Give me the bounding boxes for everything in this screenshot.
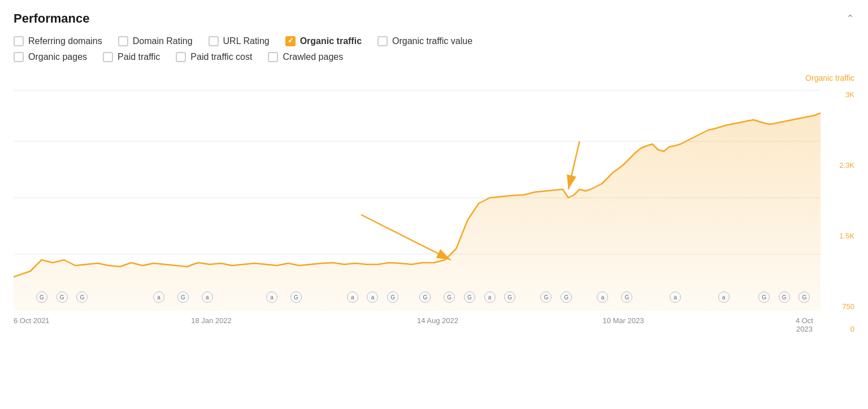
google-icon-23: G	[779, 291, 790, 303]
google-icon-20: a	[670, 291, 681, 303]
checkbox-label-url-rating: URL Rating	[223, 36, 270, 46]
google-icon-15: G	[504, 291, 515, 303]
checkboxes-row-1: Referring domainsDomain RatingURL Rating…	[14, 36, 854, 46]
google-icon-1: G	[57, 291, 68, 303]
checkbox-label-organic-traffic-value: Organic traffic value	[392, 36, 472, 46]
x-label-1: 18 Jan 2022	[191, 316, 232, 325]
chart-container: Organic traffic	[14, 73, 854, 339]
google-icon-8: a	[347, 291, 358, 303]
google-icon-13: G	[464, 291, 475, 303]
google-icon-10: G	[387, 291, 398, 303]
y-label-2-3k: 2.3K	[839, 161, 854, 169]
checkbox-url-rating[interactable]: URL Rating	[209, 36, 270, 46]
checkbox-paid-traffic[interactable]: Paid traffic	[103, 52, 160, 62]
y-label-750: 750	[839, 302, 854, 311]
checkbox-organic-traffic-value[interactable]: Organic traffic value	[377, 36, 472, 46]
google-icon-3: a	[153, 291, 164, 303]
google-icon-16: G	[540, 291, 552, 303]
google-icon-22: G	[758, 291, 770, 303]
page-title: Performance	[14, 11, 90, 26]
google-icon-24: G	[798, 291, 810, 303]
checkbox-label-crawled-pages: Crawled pages	[283, 52, 343, 62]
svg-marker-4	[14, 113, 821, 311]
svg-line-5	[361, 215, 451, 260]
chart-svg	[14, 85, 821, 311]
google-icon-19: G	[621, 291, 632, 303]
google-icons-row: GGGaGaaGaaGGGGaGGGaGaaGGG	[14, 291, 821, 305]
checkbox-input-referring-domains[interactable]	[14, 36, 24, 46]
google-icon-2: G	[76, 291, 88, 303]
x-bottom-label: 0	[850, 325, 854, 333]
google-icon-17: G	[561, 291, 572, 303]
checkbox-label-paid-traffic: Paid traffic	[118, 52, 160, 62]
checkbox-referring-domains[interactable]: Referring domains	[14, 36, 102, 46]
performance-header: Performance ⌃	[14, 11, 854, 26]
checkbox-input-paid-traffic-cost[interactable]	[176, 52, 186, 62]
checkbox-input-paid-traffic[interactable]	[103, 52, 113, 62]
google-icon-21: a	[718, 291, 730, 303]
checkboxes-row-2: Organic pagesPaid trafficPaid traffic co…	[14, 52, 854, 62]
checkbox-paid-traffic-cost[interactable]: Paid traffic cost	[176, 52, 252, 62]
x-label-2: 14 Aug 2022	[417, 316, 458, 325]
x-label-4: 4 Oct 2023	[788, 316, 821, 333]
checkbox-domain-rating[interactable]: Domain Rating	[118, 36, 193, 46]
checkbox-input-crawled-pages[interactable]	[268, 52, 278, 62]
checkbox-input-organic-pages[interactable]	[14, 52, 24, 62]
collapse-button[interactable]: ⌃	[846, 12, 854, 25]
y-label-3k: 3K	[839, 90, 854, 99]
checkbox-label-domain-rating: Domain Rating	[133, 36, 193, 46]
checkbox-input-organic-traffic-value[interactable]	[377, 36, 388, 46]
checkbox-label-organic-traffic: Organic traffic	[300, 36, 362, 46]
checkbox-organic-pages[interactable]: Organic pages	[14, 52, 87, 62]
checkbox-organic-traffic[interactable]: Organic traffic	[285, 36, 362, 46]
google-icon-0: G	[36, 291, 47, 303]
y-label-1-5k: 1.5K	[839, 232, 854, 240]
google-icon-12: G	[444, 291, 455, 303]
checkbox-label-paid-traffic-cost: Paid traffic cost	[190, 52, 252, 62]
checkbox-input-url-rating[interactable]	[209, 36, 219, 46]
series-label: Organic traffic	[805, 73, 854, 82]
x-label-3: 10 Mar 2023	[602, 316, 644, 325]
google-icon-6: a	[266, 291, 277, 303]
checkbox-crawled-pages[interactable]: Crawled pages	[268, 52, 343, 62]
google-icon-18: a	[597, 291, 608, 303]
google-icon-7: G	[290, 291, 302, 303]
google-icon-14: a	[484, 291, 496, 303]
google-icon-9: a	[367, 291, 378, 303]
google-icon-4: G	[177, 291, 189, 303]
checkbox-label-organic-pages: Organic pages	[28, 52, 87, 62]
google-icon-5: a	[202, 291, 213, 303]
checkbox-input-organic-traffic[interactable]	[285, 36, 296, 46]
svg-line-6	[568, 141, 580, 189]
checkbox-input-domain-rating[interactable]	[118, 36, 128, 46]
checkbox-label-referring-domains: Referring domains	[28, 36, 102, 46]
y-axis: 3K 2.3K 1.5K 750	[839, 90, 854, 311]
x-label-0: 6 Oct 2021	[14, 316, 50, 325]
google-icon-11: G	[419, 291, 431, 303]
